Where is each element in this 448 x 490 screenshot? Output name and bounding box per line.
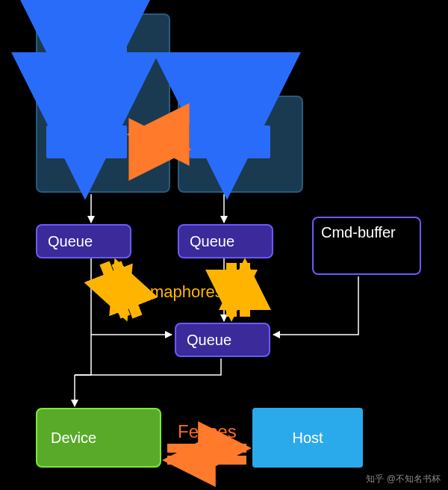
device-label: Device [51,429,96,447]
event-badge-2: event [190,125,270,158]
queue-1: Queue [36,224,131,258]
device-box: Device [36,408,161,468]
host-box: Host [252,408,363,468]
arrow-sema-1-down [105,263,125,317]
barrier-badge: barrier [46,46,127,79]
barrier-label: barrier [63,53,111,72]
queue-3-label: Queue [187,332,231,349]
queue-3: Queue [175,323,270,357]
queue-1-label: Queue [48,233,93,250]
cmd-buffer-3: Cmd-buffer [312,217,421,275]
queue-2-label: Queue [190,233,234,250]
event-badge-1: event [46,125,127,158]
watermark: 知乎 @不知名书杯 [366,473,441,486]
queue-2: Queue [178,224,273,258]
cmd-buffer-1-title: Cmd-buffer [46,21,125,38]
cmd-buffer-3-title: Cmd-buffer [321,224,396,241]
host-label: Host [292,429,323,447]
fences-label: Fences [178,421,237,442]
event-2-label: event [210,132,250,152]
event-1-label: event [66,132,107,152]
cmd-buffer-2-title: Cmd-buffer [188,103,267,120]
cmd-buffer-1: Cmd-buffer [36,13,170,193]
semaphores-label: Semaphores [130,282,223,302]
